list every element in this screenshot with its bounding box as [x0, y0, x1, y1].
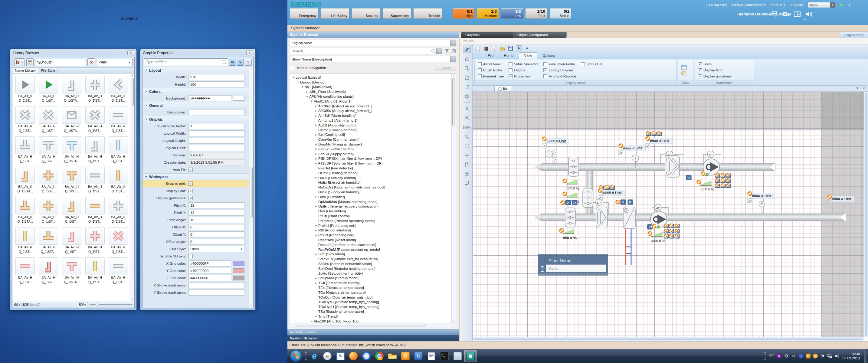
value-field[interactable]: 2.0.0.67	[188, 152, 244, 158]
ribbon-checkbox-display-grid[interactable]: ✓Display Grid	[698, 68, 732, 72]
library-item[interactable]: BA_Air_HQ_1\ST...	[37, 258, 60, 284]
internet-explorer-taskbar-button[interactable]: e	[308, 350, 320, 362]
library-item[interactable]: BA_Air_HQ_1\ST...	[107, 76, 129, 102]
expand-icon[interactable]: ▼	[804, 18, 806, 21]
ribbon-checkbox-display-guidelines[interactable]: ✓Display guidelines	[698, 74, 732, 78]
tree-item[interactable]: RsnPrOpM [Reason present op_mode]	[290, 247, 452, 252]
collapse-header-icon[interactable]: ▲	[848, 3, 851, 7]
firefox-taskbar-button[interactable]	[347, 350, 360, 362]
name-toggle-button[interactable]: N	[229, 59, 236, 66]
tree-item[interactable]: ▼Logical [Logical]	[290, 75, 452, 80]
property-group-graphic[interactable]: ▼Graphic	[143, 116, 249, 122]
library-item[interactable]: BA_Air_HQ_1\ST...	[14, 76, 36, 102]
datapoint-value[interactable]	[601, 190, 625, 196]
library-item[interactable]: BA_Air_HQ_1\STA...	[61, 106, 83, 133]
property-group-colors[interactable]: ▼Colors	[143, 88, 249, 95]
supply-air-duct[interactable]	[535, 213, 846, 221]
ribbon-checkbox-value-simulator[interactable]: Value Simulator	[508, 62, 538, 66]
tab-list-icon[interactable]: ▼	[856, 87, 859, 90]
value-field[interactable]	[188, 282, 244, 288]
checkbox[interactable]: ✓	[188, 168, 193, 172]
tree-item[interactable]: ▶Ahu100 [Ahu 100, Floor 100]	[290, 319, 452, 323]
new-document-icon[interactable]	[475, 46, 481, 52]
damper[interactable]	[583, 188, 593, 208]
value-field[interactable]: 550	[188, 81, 244, 87]
tree-item[interactable]: ▶Trnd [Trend]	[290, 314, 452, 319]
filter-icon[interactable]	[772, 11, 778, 17]
tree-item[interactable]: SpHu [Setpoint for humidity]	[290, 271, 452, 276]
alarm-button-high[interactable]: 0/1High	[453, 8, 475, 19]
value-field[interactable]: 970	[188, 74, 244, 80]
value-field[interactable]: #40000000	[188, 275, 231, 281]
network-tray-icon[interactable]	[827, 354, 832, 359]
tab-object-configurator[interactable]: Object Configurator	[513, 32, 566, 38]
tree-item[interactable]: ▶Ccl [Cooling coil]	[290, 132, 452, 137]
command-button[interactable]	[686, 175, 691, 180]
properties-filter-input[interactable]	[144, 60, 222, 64]
tree-item[interactable]: SpDhu [Setpoint dehumidification]	[290, 261, 452, 266]
ribbon-checkbox-library-browser[interactable]: ✓Library Browser	[544, 68, 576, 72]
library-scrollbar[interactable]: ▲ ▼	[130, 73, 134, 301]
tree-item[interactable]: TOa [Outside air temperature]	[290, 290, 452, 295]
command-button[interactable]	[621, 200, 626, 205]
tree-item[interactable]: CDmd [Cooling demand]	[290, 128, 452, 132]
tree-item[interactable]: TOaDct [Outs_air temp_outs_duct]	[290, 295, 452, 300]
zoom-out-icon[interactable]	[463, 114, 471, 122]
library-filter-input[interactable]	[35, 59, 86, 66]
command-button[interactable]	[565, 200, 570, 205]
language-indicator[interactable]: DE	[769, 354, 774, 358]
percent-value[interactable]: ###.# %	[701, 187, 714, 192]
clear-filter-icon[interactable]: ✕	[87, 58, 95, 66]
tree-item[interactable]: ▶AflCtlEx [Extract air vol_flow ctrl_]	[290, 104, 452, 109]
library-item[interactable]: BA_Air_HQ_1\ST...	[37, 197, 60, 223]
delta-p-badge[interactable]	[655, 204, 661, 211]
tree-item[interactable]: OpModMan [Manual operating mode]	[290, 199, 452, 204]
tab-graphics[interactable]: Graphics	[461, 32, 513, 38]
open-icon[interactable]	[499, 46, 505, 52]
home-icon[interactable]	[463, 55, 471, 63]
checkbox[interactable]: ✓	[188, 196, 193, 200]
icon-placeholder-grid[interactable]	[663, 223, 680, 239]
value-field[interactable]: #400000FF	[188, 261, 231, 267]
clock[interactable]: 15:38 03.09.2013	[842, 352, 860, 360]
property-group-general[interactable]: ▼General	[143, 102, 249, 109]
tree-item[interactable]: PltCtl [Plant control]	[290, 214, 452, 218]
value-field[interactable]	[188, 145, 244, 151]
library-item[interactable]: BA_Air_HQ_1\STA...	[61, 76, 83, 102]
tree-horizontal-scrollbar[interactable]	[290, 323, 456, 327]
view-mode-button[interactable]	[26, 58, 34, 66]
ribbon-checkbox-properties[interactable]: ✓Properties	[508, 74, 538, 78]
library-item[interactable]: BA_Air_HQ_1\ST...	[37, 76, 60, 102]
temperature-sensor[interactable]	[546, 151, 553, 157]
tree-item[interactable]: FireDet [Fire detector]	[290, 166, 452, 171]
library-item[interactable]: BA_Air_HQ_1\ST...	[37, 167, 60, 193]
property-group-layout[interactable]: ▼Layout	[143, 67, 249, 73]
graphics-editor-taskbar-button[interactable]: ✎	[334, 350, 346, 362]
library-item[interactable]: BA_Air_HQ_1\ST...	[107, 167, 129, 193]
tree-item[interactable]: ▶AqCtl [Air quality control]	[290, 123, 452, 128]
tree-item[interactable]: ▶DmpMx [Mixing air damper]	[290, 142, 452, 147]
plant-name-box[interactable]: Plant Name Value...	[538, 254, 608, 276]
tree-item[interactable]: ▶Siml [Simulation]	[290, 252, 452, 256]
datapoint-value[interactable]	[751, 193, 775, 199]
event-list-icon[interactable]	[782, 11, 789, 17]
tree-item[interactable]: ▶RItf [Room interface]	[290, 228, 452, 233]
library-item[interactable]: BA_Air_HQ_1\ST...	[61, 227, 83, 254]
library-item[interactable]: BA_Air_HQ_1\ST...	[84, 106, 106, 133]
tree-item[interactable]: ▶PreHcl [Preheating coil]	[290, 223, 452, 228]
library-item[interactable]: BA_Air_HQ_1\STA...	[14, 167, 36, 193]
sound-icon[interactable]	[805, 11, 813, 18]
library-item[interactable]: BA_Air_HQ_1\ST...	[84, 167, 106, 193]
layout-icon[interactable]	[794, 11, 801, 17]
library-item[interactable]: BA_Air_HQ_1\ST...	[61, 167, 83, 193]
outlook-tray-tray-icon[interactable]: O	[805, 354, 810, 359]
ribbon-checkbox-brush-editor[interactable]: Brush Editor	[478, 68, 504, 72]
search-box[interactable]: ▼	[290, 48, 442, 54]
tree-item[interactable]: HuEx [Extract air humidity]	[290, 180, 452, 185]
library-item[interactable]: BA_Air_HQ_1\ST...	[14, 137, 36, 163]
checkbox[interactable]	[188, 254, 193, 258]
siemens-app-taskbar-button[interactable]	[464, 350, 476, 362]
percent-value[interactable]: ###.# %	[651, 239, 665, 243]
ribbon-checkbox-snap[interactable]: ✓Snap	[698, 62, 732, 66]
fit-to-view-icon[interactable]	[463, 142, 471, 150]
